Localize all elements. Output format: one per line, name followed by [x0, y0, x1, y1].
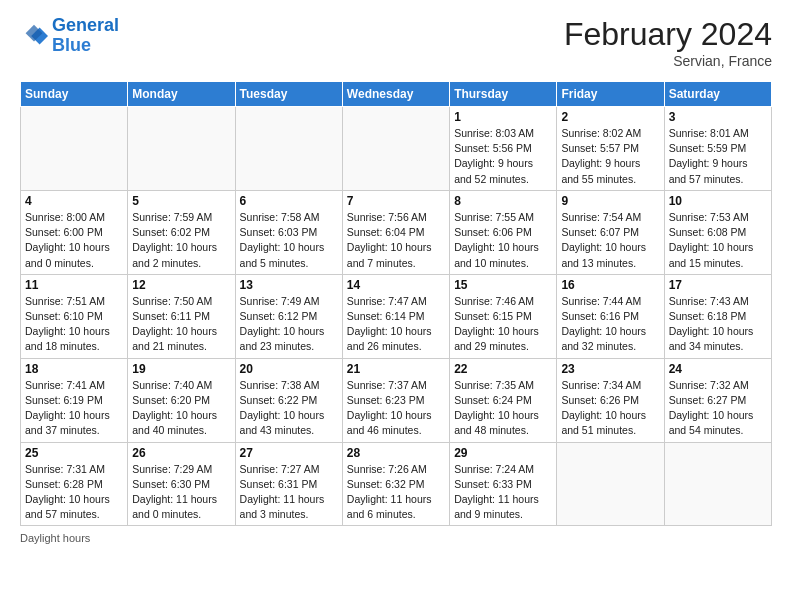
logo-icon	[20, 22, 48, 50]
day-number: 5	[132, 194, 230, 208]
day-info: Sunrise: 7:51 AM Sunset: 6:10 PM Dayligh…	[25, 294, 123, 355]
calendar-cell: 7Sunrise: 7:56 AM Sunset: 6:04 PM Daylig…	[342, 190, 449, 274]
day-info: Sunrise: 7:37 AM Sunset: 6:23 PM Dayligh…	[347, 378, 445, 439]
calendar-cell: 20Sunrise: 7:38 AM Sunset: 6:22 PM Dayli…	[235, 358, 342, 442]
day-info: Sunrise: 7:24 AM Sunset: 6:33 PM Dayligh…	[454, 462, 552, 523]
calendar-cell: 13Sunrise: 7:49 AM Sunset: 6:12 PM Dayli…	[235, 274, 342, 358]
day-info: Sunrise: 7:38 AM Sunset: 6:22 PM Dayligh…	[240, 378, 338, 439]
calendar-cell: 29Sunrise: 7:24 AM Sunset: 6:33 PM Dayli…	[450, 442, 557, 526]
calendar-cell: 24Sunrise: 7:32 AM Sunset: 6:27 PM Dayli…	[664, 358, 771, 442]
header: General Blue February 2024 Servian, Fran…	[20, 16, 772, 69]
weekday-header: Wednesday	[342, 82, 449, 107]
calendar-header-row: SundayMondayTuesdayWednesdayThursdayFrid…	[21, 82, 772, 107]
day-info: Sunrise: 7:41 AM Sunset: 6:19 PM Dayligh…	[25, 378, 123, 439]
day-number: 22	[454, 362, 552, 376]
day-number: 28	[347, 446, 445, 460]
calendar-cell: 11Sunrise: 7:51 AM Sunset: 6:10 PM Dayli…	[21, 274, 128, 358]
day-number: 15	[454, 278, 552, 292]
calendar-cell: 8Sunrise: 7:55 AM Sunset: 6:06 PM Daylig…	[450, 190, 557, 274]
calendar-cell: 21Sunrise: 7:37 AM Sunset: 6:23 PM Dayli…	[342, 358, 449, 442]
calendar-cell: 16Sunrise: 7:44 AM Sunset: 6:16 PM Dayli…	[557, 274, 664, 358]
day-number: 16	[561, 278, 659, 292]
calendar-cell: 28Sunrise: 7:26 AM Sunset: 6:32 PM Dayli…	[342, 442, 449, 526]
day-number: 14	[347, 278, 445, 292]
day-number: 10	[669, 194, 767, 208]
day-number: 7	[347, 194, 445, 208]
day-info: Sunrise: 7:58 AM Sunset: 6:03 PM Dayligh…	[240, 210, 338, 271]
day-info: Sunrise: 7:46 AM Sunset: 6:15 PM Dayligh…	[454, 294, 552, 355]
day-info: Sunrise: 8:03 AM Sunset: 5:56 PM Dayligh…	[454, 126, 552, 187]
day-number: 29	[454, 446, 552, 460]
calendar-cell: 12Sunrise: 7:50 AM Sunset: 6:11 PM Dayli…	[128, 274, 235, 358]
calendar-week-row: 11Sunrise: 7:51 AM Sunset: 6:10 PM Dayli…	[21, 274, 772, 358]
day-info: Sunrise: 7:34 AM Sunset: 6:26 PM Dayligh…	[561, 378, 659, 439]
day-number: 19	[132, 362, 230, 376]
day-info: Sunrise: 7:44 AM Sunset: 6:16 PM Dayligh…	[561, 294, 659, 355]
day-info: Sunrise: 8:02 AM Sunset: 5:57 PM Dayligh…	[561, 126, 659, 187]
day-number: 20	[240, 362, 338, 376]
day-info: Sunrise: 7:56 AM Sunset: 6:04 PM Dayligh…	[347, 210, 445, 271]
calendar-cell: 9Sunrise: 7:54 AM Sunset: 6:07 PM Daylig…	[557, 190, 664, 274]
day-info: Sunrise: 8:00 AM Sunset: 6:00 PM Dayligh…	[25, 210, 123, 271]
day-info: Sunrise: 7:35 AM Sunset: 6:24 PM Dayligh…	[454, 378, 552, 439]
day-info: Sunrise: 7:55 AM Sunset: 6:06 PM Dayligh…	[454, 210, 552, 271]
calendar-week-row: 25Sunrise: 7:31 AM Sunset: 6:28 PM Dayli…	[21, 442, 772, 526]
day-info: Sunrise: 7:47 AM Sunset: 6:14 PM Dayligh…	[347, 294, 445, 355]
calendar-cell: 22Sunrise: 7:35 AM Sunset: 6:24 PM Dayli…	[450, 358, 557, 442]
calendar-week-row: 4Sunrise: 8:00 AM Sunset: 6:00 PM Daylig…	[21, 190, 772, 274]
calendar-cell	[235, 107, 342, 191]
day-number: 26	[132, 446, 230, 460]
day-info: Sunrise: 7:53 AM Sunset: 6:08 PM Dayligh…	[669, 210, 767, 271]
month-title: February 2024	[564, 16, 772, 53]
calendar-table: SundayMondayTuesdayWednesdayThursdayFrid…	[20, 81, 772, 526]
day-number: 4	[25, 194, 123, 208]
day-info: Sunrise: 7:31 AM Sunset: 6:28 PM Dayligh…	[25, 462, 123, 523]
day-number: 11	[25, 278, 123, 292]
day-number: 3	[669, 110, 767, 124]
logo: General Blue	[20, 16, 119, 56]
day-info: Sunrise: 7:43 AM Sunset: 6:18 PM Dayligh…	[669, 294, 767, 355]
weekday-header: Saturday	[664, 82, 771, 107]
page: General Blue February 2024 Servian, Fran…	[0, 0, 792, 554]
day-number: 23	[561, 362, 659, 376]
day-info: Sunrise: 7:32 AM Sunset: 6:27 PM Dayligh…	[669, 378, 767, 439]
calendar-cell: 14Sunrise: 7:47 AM Sunset: 6:14 PM Dayli…	[342, 274, 449, 358]
calendar-cell: 23Sunrise: 7:34 AM Sunset: 6:26 PM Dayli…	[557, 358, 664, 442]
day-info: Sunrise: 8:01 AM Sunset: 5:59 PM Dayligh…	[669, 126, 767, 187]
weekday-header: Friday	[557, 82, 664, 107]
calendar-cell	[557, 442, 664, 526]
weekday-header: Monday	[128, 82, 235, 107]
day-info: Sunrise: 7:27 AM Sunset: 6:31 PM Dayligh…	[240, 462, 338, 523]
logo-text: General Blue	[52, 16, 119, 56]
day-number: 24	[669, 362, 767, 376]
day-number: 18	[25, 362, 123, 376]
calendar-cell: 27Sunrise: 7:27 AM Sunset: 6:31 PM Dayli…	[235, 442, 342, 526]
calendar-cell	[664, 442, 771, 526]
calendar-cell: 18Sunrise: 7:41 AM Sunset: 6:19 PM Dayli…	[21, 358, 128, 442]
logo-general: General	[52, 15, 119, 35]
day-number: 17	[669, 278, 767, 292]
weekday-header: Thursday	[450, 82, 557, 107]
weekday-header: Tuesday	[235, 82, 342, 107]
day-info: Sunrise: 7:49 AM Sunset: 6:12 PM Dayligh…	[240, 294, 338, 355]
calendar-cell: 1Sunrise: 8:03 AM Sunset: 5:56 PM Daylig…	[450, 107, 557, 191]
calendar-cell: 19Sunrise: 7:40 AM Sunset: 6:20 PM Dayli…	[128, 358, 235, 442]
calendar-cell: 2Sunrise: 8:02 AM Sunset: 5:57 PM Daylig…	[557, 107, 664, 191]
calendar-cell: 17Sunrise: 7:43 AM Sunset: 6:18 PM Dayli…	[664, 274, 771, 358]
calendar-week-row: 1Sunrise: 8:03 AM Sunset: 5:56 PM Daylig…	[21, 107, 772, 191]
day-number: 9	[561, 194, 659, 208]
day-info: Sunrise: 7:29 AM Sunset: 6:30 PM Dayligh…	[132, 462, 230, 523]
location: Servian, France	[564, 53, 772, 69]
calendar-week-row: 18Sunrise: 7:41 AM Sunset: 6:19 PM Dayli…	[21, 358, 772, 442]
calendar-cell	[128, 107, 235, 191]
calendar-cell: 5Sunrise: 7:59 AM Sunset: 6:02 PM Daylig…	[128, 190, 235, 274]
day-info: Sunrise: 7:26 AM Sunset: 6:32 PM Dayligh…	[347, 462, 445, 523]
day-number: 13	[240, 278, 338, 292]
day-info: Sunrise: 7:59 AM Sunset: 6:02 PM Dayligh…	[132, 210, 230, 271]
calendar-cell: 10Sunrise: 7:53 AM Sunset: 6:08 PM Dayli…	[664, 190, 771, 274]
calendar-cell	[342, 107, 449, 191]
calendar-cell	[21, 107, 128, 191]
day-number: 21	[347, 362, 445, 376]
calendar-cell: 15Sunrise: 7:46 AM Sunset: 6:15 PM Dayli…	[450, 274, 557, 358]
daylight-label: Daylight hours	[20, 532, 90, 544]
